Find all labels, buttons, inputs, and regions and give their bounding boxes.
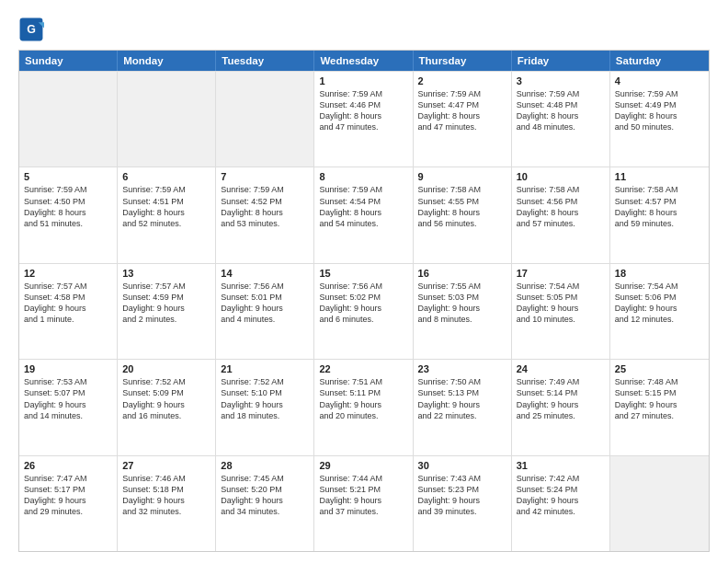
logo-icon: G (18, 17, 44, 42)
day-info: Sunrise: 7:58 AM Sunset: 4:56 PM Dayligh… (517, 185, 580, 227)
day-number: 26 (24, 460, 112, 471)
day-info: Sunrise: 7:59 AM Sunset: 4:54 PM Dayligh… (319, 185, 382, 227)
day-info: Sunrise: 7:51 AM Sunset: 5:11 PM Dayligh… (319, 377, 382, 419)
day-cell-2: 2Sunrise: 7:59 AM Sunset: 4:47 PM Daylig… (414, 72, 512, 167)
day-header-thursday: Thursday (414, 51, 512, 71)
week-row-1: 1Sunrise: 7:59 AM Sunset: 4:46 PM Daylig… (19, 71, 709, 167)
day-number: 30 (418, 460, 506, 471)
day-number: 11 (615, 171, 704, 182)
day-cell-27: 27Sunrise: 7:46 AM Sunset: 5:18 PM Dayli… (118, 456, 216, 551)
day-info: Sunrise: 7:44 AM Sunset: 5:21 PM Dayligh… (319, 474, 382, 516)
day-info: Sunrise: 7:49 AM Sunset: 5:14 PM Dayligh… (517, 377, 580, 419)
empty-cell (216, 72, 314, 167)
day-number: 15 (319, 268, 407, 279)
svg-text:G: G (27, 23, 36, 36)
day-info: Sunrise: 7:59 AM Sunset: 4:48 PM Dayligh… (517, 89, 580, 132)
day-info: Sunrise: 7:52 AM Sunset: 5:09 PM Dayligh… (122, 377, 186, 419)
day-number: 14 (221, 268, 309, 279)
day-info: Sunrise: 7:54 AM Sunset: 5:06 PM Dayligh… (615, 282, 678, 324)
day-info: Sunrise: 7:59 AM Sunset: 4:49 PM Dayligh… (615, 89, 678, 132)
day-number: 17 (517, 268, 605, 279)
day-number: 13 (122, 268, 210, 279)
calendar-body: 1Sunrise: 7:59 AM Sunset: 4:46 PM Daylig… (19, 71, 709, 551)
day-number: 5 (24, 171, 112, 182)
day-cell-3: 3Sunrise: 7:59 AM Sunset: 4:48 PM Daylig… (512, 72, 610, 167)
day-info: Sunrise: 7:53 AM Sunset: 5:07 PM Dayligh… (24, 377, 87, 419)
day-number: 31 (517, 460, 605, 471)
calendar: SundayMondayTuesdayWednesdayThursdayFrid… (18, 50, 710, 552)
day-cell-19: 19Sunrise: 7:53 AM Sunset: 5:07 PM Dayli… (19, 360, 118, 454)
day-cell-4: 4Sunrise: 7:59 AM Sunset: 4:49 PM Daylig… (610, 72, 709, 167)
day-number: 25 (615, 363, 704, 374)
day-info: Sunrise: 7:58 AM Sunset: 4:55 PM Dayligh… (418, 185, 482, 227)
day-cell-1: 1Sunrise: 7:59 AM Sunset: 4:46 PM Daylig… (314, 72, 413, 167)
day-info: Sunrise: 7:50 AM Sunset: 5:13 PM Dayligh… (418, 377, 482, 419)
header: G (18, 17, 710, 42)
empty-cell (118, 72, 216, 167)
day-info: Sunrise: 7:54 AM Sunset: 5:05 PM Dayligh… (517, 282, 580, 324)
day-info: Sunrise: 7:56 AM Sunset: 5:02 PM Dayligh… (319, 282, 382, 324)
day-info: Sunrise: 7:43 AM Sunset: 5:23 PM Dayligh… (418, 474, 482, 516)
day-number: 21 (221, 363, 309, 374)
day-number: 12 (24, 268, 112, 279)
day-cell-31: 31Sunrise: 7:42 AM Sunset: 5:24 PM Dayli… (512, 456, 610, 551)
day-cell-29: 29Sunrise: 7:44 AM Sunset: 5:21 PM Dayli… (314, 456, 413, 551)
day-info: Sunrise: 7:59 AM Sunset: 4:50 PM Dayligh… (24, 185, 87, 227)
day-header-sunday: Sunday (19, 51, 118, 71)
day-info: Sunrise: 7:45 AM Sunset: 5:20 PM Dayligh… (221, 474, 284, 516)
day-number: 24 (517, 363, 605, 374)
day-number: 7 (221, 171, 309, 182)
day-cell-6: 6Sunrise: 7:59 AM Sunset: 4:51 PM Daylig… (118, 167, 216, 262)
day-cell-12: 12Sunrise: 7:57 AM Sunset: 4:58 PM Dayli… (19, 264, 118, 359)
day-info: Sunrise: 7:52 AM Sunset: 5:10 PM Dayligh… (221, 377, 284, 419)
week-row-4: 19Sunrise: 7:53 AM Sunset: 5:07 PM Dayli… (19, 359, 709, 454)
day-cell-7: 7Sunrise: 7:59 AM Sunset: 4:52 PM Daylig… (216, 167, 314, 262)
day-info: Sunrise: 7:57 AM Sunset: 4:58 PM Dayligh… (24, 282, 87, 324)
day-info: Sunrise: 7:56 AM Sunset: 5:01 PM Dayligh… (221, 282, 284, 324)
day-info: Sunrise: 7:42 AM Sunset: 5:24 PM Dayligh… (517, 474, 580, 516)
day-number: 9 (418, 171, 506, 182)
day-cell-24: 24Sunrise: 7:49 AM Sunset: 5:14 PM Dayli… (512, 360, 610, 454)
day-cell-5: 5Sunrise: 7:59 AM Sunset: 4:50 PM Daylig… (19, 167, 118, 262)
day-info: Sunrise: 7:48 AM Sunset: 5:15 PM Dayligh… (615, 377, 678, 419)
day-number: 1 (319, 75, 407, 86)
day-header-saturday: Saturday (610, 51, 709, 71)
day-info: Sunrise: 7:46 AM Sunset: 5:18 PM Dayligh… (122, 474, 186, 516)
day-header-wednesday: Wednesday (314, 51, 413, 71)
day-info: Sunrise: 7:58 AM Sunset: 4:57 PM Dayligh… (615, 185, 678, 227)
day-cell-23: 23Sunrise: 7:50 AM Sunset: 5:13 PM Dayli… (414, 360, 512, 454)
day-info: Sunrise: 7:59 AM Sunset: 4:51 PM Dayligh… (122, 185, 186, 227)
day-cell-9: 9Sunrise: 7:58 AM Sunset: 4:55 PM Daylig… (414, 167, 512, 262)
day-cell-16: 16Sunrise: 7:55 AM Sunset: 5:03 PM Dayli… (414, 264, 512, 359)
day-number: 16 (418, 268, 506, 279)
day-number: 19 (24, 363, 112, 374)
day-header-tuesday: Tuesday (216, 51, 314, 71)
week-row-2: 5Sunrise: 7:59 AM Sunset: 4:50 PM Daylig… (19, 167, 709, 262)
day-number: 20 (122, 363, 210, 374)
day-cell-17: 17Sunrise: 7:54 AM Sunset: 5:05 PM Dayli… (512, 264, 610, 359)
day-info: Sunrise: 7:57 AM Sunset: 4:59 PM Dayligh… (122, 282, 186, 324)
day-cell-22: 22Sunrise: 7:51 AM Sunset: 5:11 PM Dayli… (314, 360, 413, 454)
day-number: 8 (319, 171, 407, 182)
day-cell-28: 28Sunrise: 7:45 AM Sunset: 5:20 PM Dayli… (216, 456, 314, 551)
day-number: 22 (319, 363, 407, 374)
page: G SundayMondayTuesdayWednesdayThursdayFr… (0, 0, 728, 563)
day-cell-21: 21Sunrise: 7:52 AM Sunset: 5:10 PM Dayli… (216, 360, 314, 454)
calendar-header: SundayMondayTuesdayWednesdayThursdayFrid… (19, 51, 709, 71)
day-number: 3 (517, 75, 605, 86)
day-cell-15: 15Sunrise: 7:56 AM Sunset: 5:02 PM Dayli… (314, 264, 413, 359)
day-number: 2 (418, 75, 506, 86)
day-number: 28 (221, 460, 309, 471)
day-number: 6 (122, 171, 210, 182)
day-info: Sunrise: 7:55 AM Sunset: 5:03 PM Dayligh… (418, 282, 482, 324)
day-number: 27 (122, 460, 210, 471)
day-header-friday: Friday (512, 51, 610, 71)
day-cell-26: 26Sunrise: 7:47 AM Sunset: 5:17 PM Dayli… (19, 456, 118, 551)
day-cell-18: 18Sunrise: 7:54 AM Sunset: 5:06 PM Dayli… (610, 264, 709, 359)
day-number: 18 (615, 268, 704, 279)
day-number: 29 (319, 460, 407, 471)
logo: G (18, 17, 46, 42)
day-info: Sunrise: 7:59 AM Sunset: 4:52 PM Dayligh… (221, 185, 284, 227)
day-cell-13: 13Sunrise: 7:57 AM Sunset: 4:59 PM Dayli… (118, 264, 216, 359)
day-cell-20: 20Sunrise: 7:52 AM Sunset: 5:09 PM Dayli… (118, 360, 216, 454)
